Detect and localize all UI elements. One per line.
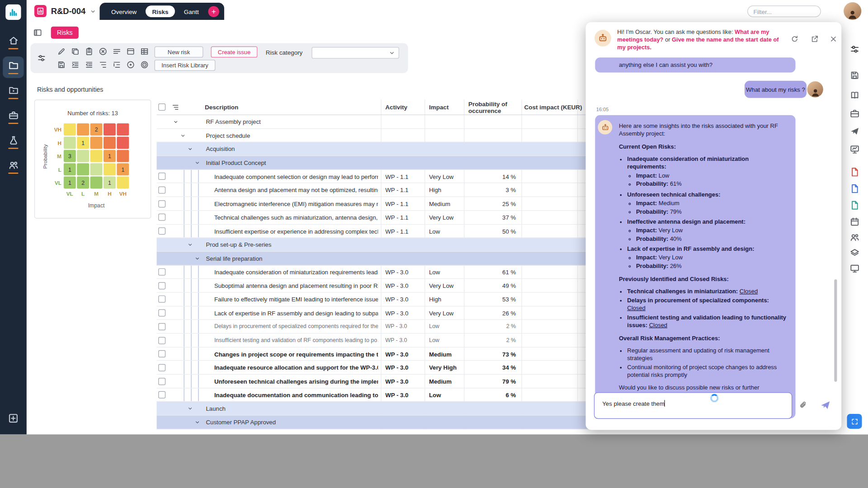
row-checkbox[interactable]	[158, 296, 165, 303]
row-checkbox[interactable]	[158, 268, 165, 276]
risk-row[interactable]: Antenna design and placement may not be …	[157, 183, 642, 197]
risk-row[interactable]: Technical challenges such as miniaturiza…	[157, 211, 642, 224]
matrix-cell[interactable]: 1	[64, 163, 76, 175]
risk-row[interactable]: Inadequate component selection or design…	[157, 170, 642, 183]
rail-presentation-icon[interactable]	[850, 145, 860, 155]
column-header-description[interactable]: Description	[205, 99, 238, 115]
risk-row[interactable]: Failure to effectively mitigate EMI lead…	[157, 293, 642, 306]
risk-row[interactable]: Delays in procurement of specialized com…	[157, 320, 642, 333]
row-checkbox[interactable]	[158, 323, 165, 330]
group-row[interactable]: Initial Product Concept	[157, 156, 642, 169]
sidebar-item-flask[interactable]	[0, 130, 27, 155]
matrix-cell[interactable]: 2	[77, 177, 89, 189]
group-row[interactable]: Acquisition	[157, 142, 642, 156]
row-checkbox[interactable]	[158, 187, 165, 194]
group-row[interactable]: Customer PPAP Approved	[157, 416, 642, 429]
expand-chevron[interactable]	[180, 132, 186, 138]
column-header-activity[interactable]: Activity	[385, 99, 407, 115]
row-checkbox[interactable]	[158, 214, 165, 221]
matrix-cell[interactable]: 3	[64, 150, 76, 162]
expand-chevron[interactable]	[194, 256, 200, 262]
rail-file-icon[interactable]	[850, 184, 860, 194]
risk-row[interactable]: Unforeseen technical challenges arising …	[157, 375, 642, 388]
create-issue-button[interactable]: Create issue	[211, 47, 258, 57]
open-chat-window-button[interactable]	[808, 33, 821, 45]
matrix-cell[interactable]	[77, 150, 89, 162]
app-logo[interactable]	[5, 5, 21, 20]
row-checkbox[interactable]	[158, 364, 165, 371]
tab-gantt[interactable]: Gantt	[177, 5, 205, 17]
matrix-cell[interactable]	[90, 163, 103, 175]
group-row[interactable]: Project schedule	[157, 129, 642, 142]
matrix-cell[interactable]	[104, 163, 116, 175]
copy-icon[interactable]	[70, 46, 80, 57]
risk-row[interactable]: Electromagnetic interference (EMI) mitig…	[157, 197, 642, 211]
table-view-icon[interactable]	[139, 46, 150, 57]
attach-file-button[interactable]	[797, 399, 808, 410]
risk-row[interactable]: Inadequate consideration of miniaturizat…	[157, 265, 642, 279]
matrix-cell[interactable]: 1	[117, 163, 129, 175]
insert-risk-library-button[interactable]: Insert Risk Library	[155, 60, 216, 70]
risk-row[interactable]: Inadequate resource allocation and suppo…	[157, 361, 642, 375]
user-avatar[interactable]	[844, 2, 861, 20]
sidebar-item-home[interactable]	[0, 30, 27, 55]
rail-calendar-icon[interactable]	[850, 217, 860, 227]
risk-row[interactable]: Lack of expertise in RF assembly and des…	[157, 306, 642, 320]
risk-row[interactable]: Changes in project scope or requirements…	[157, 347, 642, 361]
chat-input[interactable]: Yes please create them	[594, 392, 792, 419]
column-header-probability[interactable]: Probability of occurrence	[468, 99, 516, 115]
close-chat-button[interactable]	[827, 33, 839, 45]
sidebar-item-users[interactable]	[0, 155, 27, 179]
row-checkbox[interactable]	[158, 391, 165, 399]
tab-overview[interactable]: Overview	[104, 5, 143, 17]
column-header-cost-impact[interactable]: Cost impact (KEUR)	[524, 99, 585, 115]
row-checkbox[interactable]	[158, 173, 165, 180]
matrix-cell[interactable]: 1	[64, 177, 76, 189]
target-icon[interactable]	[125, 59, 136, 70]
sidebar-item-toolbox[interactable]	[0, 104, 27, 129]
matrix-cell[interactable]	[90, 150, 103, 162]
expand-chevron[interactable]	[194, 160, 200, 166]
edit-icon[interactable]	[56, 46, 67, 57]
panel-toggle-button[interactable]	[33, 28, 42, 38]
hierarchy-icon[interactable]	[172, 103, 179, 111]
project-icon[interactable]	[34, 5, 47, 17]
matrix-cell[interactable]: 1	[104, 150, 116, 162]
matrix-cell[interactable]	[117, 136, 129, 149]
add-module-button[interactable]	[8, 413, 19, 423]
group-row[interactable]: Launch	[157, 402, 642, 416]
rail-briefcase-icon[interactable]	[850, 108, 860, 118]
row-checkbox[interactable]	[158, 227, 165, 235]
rail-save-icon[interactable]	[850, 70, 860, 80]
matrix-cell[interactable]	[104, 136, 116, 149]
group-row[interactable]: Serial life preparation	[157, 252, 642, 265]
group-row[interactable]: RF Assembly project	[157, 115, 642, 129]
row-checkbox[interactable]	[158, 200, 165, 207]
expand-chevron[interactable]	[194, 419, 200, 425]
chat-fullscreen-button[interactable]	[847, 414, 862, 429]
card-view-icon[interactable]	[125, 46, 136, 57]
matrix-cell[interactable]	[117, 123, 129, 136]
expand-chevron[interactable]	[187, 146, 193, 152]
group-row[interactable]: Prod set-up & Pre-series	[157, 238, 642, 252]
risk-category-select[interactable]	[311, 47, 399, 59]
risk-row[interactable]: Insufficient testing and validation of R…	[157, 333, 642, 347]
sliders-icon[interactable]	[37, 54, 46, 63]
refresh-chat-button[interactable]	[788, 33, 801, 45]
risks-view-button[interactable]: Risks	[51, 27, 79, 39]
add-tab-button[interactable]: +	[208, 6, 219, 17]
column-header-impact[interactable]: Impact	[429, 99, 448, 115]
risk-row[interactable]: Suboptimal antenna design and placement …	[157, 279, 642, 292]
indent-right-icon[interactable]	[70, 59, 80, 70]
delete-icon[interactable]	[98, 46, 108, 57]
sidebar-item-media-folder[interactable]	[0, 80, 27, 104]
chat-scrollbar[interactable]	[834, 279, 837, 382]
row-checkbox[interactable]	[158, 350, 165, 357]
rail-send-icon[interactable]	[850, 126, 860, 136]
expand-chevron[interactable]	[173, 119, 179, 125]
rail-file-icon[interactable]	[850, 200, 860, 210]
filter-input[interactable]	[747, 5, 821, 17]
matrix-cell[interactable]	[77, 123, 89, 136]
matrix-cell[interactable]: 1	[77, 136, 89, 149]
rows-icon[interactable]	[111, 46, 122, 57]
